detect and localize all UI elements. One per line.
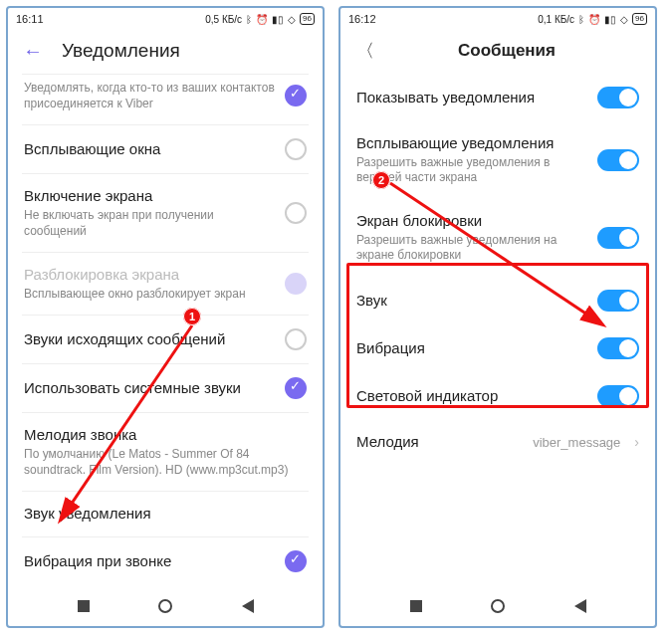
wifi-icon: ◇ <box>288 14 296 25</box>
chevron-right-icon: › <box>634 434 639 450</box>
settings-row-show-notifications[interactable]: Показывать уведомления <box>340 74 655 121</box>
settings-list: Уведомлять, когда кто-то из ваших контак… <box>8 74 323 586</box>
row-label: Включение экрана <box>24 187 275 206</box>
net-speed: 0,5 КБ/с <box>205 14 242 25</box>
row-subtitle: Всплывающее окно разблокирует экран <box>24 287 275 303</box>
status-bar: 16:11 0,5 КБ/с ᛒ ⏰ ▮▯ ◇ 96 <box>8 8 323 30</box>
toggle-switch[interactable] <box>597 337 639 359</box>
settings-row-notification-sound[interactable]: Звук уведомления <box>8 492 323 536</box>
settings-row-lockscreen[interactable]: Экран блокировки Разрешить важные уведом… <box>340 199 655 277</box>
settings-row-popups[interactable]: Всплывающие окна <box>8 125 323 173</box>
status-indicators: 0,1 КБ/с ᛒ ⏰ ▮▯ ◇ 96 <box>538 13 647 25</box>
settings-row-unlock: Разблокировка экрана Всплывающее окно ра… <box>8 253 323 315</box>
status-time: 16:11 <box>16 13 44 25</box>
nav-recent-icon[interactable] <box>78 600 90 612</box>
toggle-switch[interactable] <box>597 87 639 108</box>
annotation-marker-2: 2 <box>372 171 390 189</box>
left-screenshot: 16:11 0,5 КБ/с ᛒ ⏰ ▮▯ ◇ 96 ← Уведомления… <box>6 6 325 628</box>
signal-icon: ▮▯ <box>604 14 616 25</box>
nav-recent-icon[interactable] <box>410 600 422 612</box>
nav-back-icon[interactable] <box>242 599 254 613</box>
row-label: Звук <box>356 292 587 311</box>
battery-indicator: 96 <box>632 13 647 25</box>
row-subtitle: По умолчанию (Le Matos - Summer Of 84 so… <box>24 447 307 478</box>
app-header: 〈 Сообщения <box>340 30 655 74</box>
row-subtitle: Не включать экран при получении сообщени… <box>24 208 275 239</box>
bluetooth-icon: ᛒ <box>578 14 584 25</box>
checkbox-icon <box>285 273 307 295</box>
page-title: Уведомления <box>62 40 180 62</box>
settings-row-ringtone[interactable]: Мелодия звонка По умолчанию (Le Matos - … <box>8 413 323 491</box>
wifi-icon: ◇ <box>620 14 628 25</box>
page-title: Сообщения <box>372 41 641 61</box>
app-header: ← Уведомления <box>8 30 323 74</box>
row-label: Всплывающие уведомления <box>356 134 587 153</box>
settings-row-popup-notifications[interactable]: Всплывающие уведомления Разрешить важные… <box>340 121 655 199</box>
checkbox-icon[interactable] <box>285 85 307 106</box>
settings-row-led[interactable]: Световой индикатор <box>340 372 655 420</box>
toggle-switch[interactable] <box>597 149 639 171</box>
right-screenshot: 16:12 0,1 КБ/с ᛒ ⏰ ▮▯ ◇ 96 〈 Сообщения П… <box>338 6 657 628</box>
row-subtitle: Разрешить важные уведомления на экране б… <box>356 233 587 264</box>
checkbox-icon[interactable] <box>285 377 307 399</box>
android-nav-bar <box>340 586 655 626</box>
signal-icon: ▮▯ <box>272 14 284 25</box>
row-label: Мелодия звонка <box>24 426 307 445</box>
row-label: Световой индикатор <box>356 387 587 406</box>
nav-home-icon[interactable] <box>158 599 172 613</box>
checkbox-icon[interactable] <box>285 138 307 160</box>
settings-row-contact-join[interactable]: Уведомлять, когда кто-то из ваших контак… <box>8 75 323 124</box>
settings-row-outgoing-sounds[interactable]: Звуки исходящих сообщений <box>8 316 323 363</box>
nav-back-icon[interactable] <box>574 599 586 613</box>
status-time: 16:12 <box>348 13 376 25</box>
toggle-switch[interactable] <box>597 227 639 249</box>
toggle-switch[interactable] <box>597 385 639 407</box>
settings-row-system-sounds[interactable]: Использовать системные звуки <box>8 364 323 412</box>
settings-row-sound[interactable]: Звук <box>340 277 655 324</box>
status-indicators: 0,5 КБ/с ᛒ ⏰ ▮▯ ◇ 96 <box>205 13 315 25</box>
bluetooth-icon: ᛒ <box>246 14 252 25</box>
row-subtitle: Разрешить важные уведомления в верхней ч… <box>356 155 587 186</box>
status-bar: 16:12 0,1 КБ/с ᛒ ⏰ ▮▯ ◇ 96 <box>340 8 655 30</box>
net-speed: 0,1 КБ/с <box>538 14 574 25</box>
nav-home-icon[interactable] <box>491 599 505 613</box>
battery-indicator: 96 <box>300 13 315 25</box>
alarm-icon: ⏰ <box>588 14 600 25</box>
back-arrow-icon[interactable]: ← <box>22 40 44 62</box>
row-label: Использовать системные звуки <box>24 379 275 398</box>
annotation-marker-1: 1 <box>183 308 201 325</box>
checkbox-icon[interactable] <box>285 202 307 224</box>
row-label: Разблокировка экрана <box>24 266 275 285</box>
row-label: Экран блокировки <box>356 212 587 231</box>
android-nav-bar <box>8 586 323 626</box>
row-label: Звук уведомления <box>24 505 307 524</box>
settings-row-vibrate-call[interactable]: Вибрация при звонке <box>8 537 323 585</box>
row-label: Звуки исходящих сообщений <box>24 330 275 349</box>
row-value: viber_message <box>533 435 620 450</box>
row-label: Вибрация <box>356 339 587 358</box>
settings-row-vibration[interactable]: Вибрация <box>340 324 655 372</box>
toggle-switch[interactable] <box>597 290 639 312</box>
row-label: Вибрация при звонке <box>24 552 275 571</box>
row-label: Всплывающие окна <box>24 140 275 159</box>
settings-row-melody[interactable]: Мелодия viber_message › <box>340 420 655 465</box>
row-label: Показывать уведомления <box>356 89 587 107</box>
checkbox-icon[interactable] <box>285 328 307 350</box>
settings-row-screen-on[interactable]: Включение экрана Не включать экран при п… <box>8 174 323 252</box>
checkbox-icon[interactable] <box>285 550 307 572</box>
alarm-icon: ⏰ <box>256 14 268 25</box>
row-label: Мелодия <box>356 433 523 452</box>
row-subtitle: Уведомлять, когда кто-то из ваших контак… <box>24 81 275 111</box>
settings-list: Показывать уведомления Всплывающие уведо… <box>340 74 655 586</box>
